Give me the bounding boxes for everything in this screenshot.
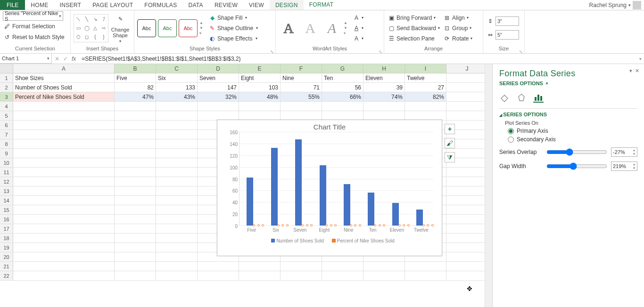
cell[interactable] bbox=[115, 186, 156, 195]
cell[interactable] bbox=[115, 168, 156, 177]
row-header[interactable]: 19 bbox=[0, 243, 13, 252]
cell[interactable] bbox=[156, 158, 198, 167]
change-shape-button[interactable]: ✎ Change Shape ▾ bbox=[110, 13, 130, 44]
cell[interactable]: Ten bbox=[322, 73, 363, 82]
cell[interactable] bbox=[363, 262, 405, 271]
cell[interactable]: 71 bbox=[281, 83, 322, 92]
cell[interactable] bbox=[115, 158, 156, 167]
cell[interactable] bbox=[446, 73, 488, 82]
cell[interactable]: Six bbox=[156, 73, 198, 82]
chart-styles-button[interactable]: 🖌 bbox=[445, 138, 455, 148]
row-header[interactable]: 1 bbox=[0, 73, 13, 82]
cell[interactable] bbox=[446, 196, 488, 205]
row-header[interactable]: 2 bbox=[0, 83, 13, 92]
bar-series1[interactable] bbox=[271, 148, 278, 226]
insert-function-icon[interactable]: fx bbox=[72, 56, 76, 62]
cell[interactable]: Eight bbox=[239, 73, 281, 82]
text-effects-button[interactable]: A▾ bbox=[352, 33, 364, 44]
cell[interactable] bbox=[446, 205, 488, 214]
wordart-style-3[interactable]: A bbox=[322, 17, 342, 39]
cell[interactable] bbox=[156, 205, 198, 214]
reset-to-match-style-button[interactable]: ↺ Reset to Match Style bbox=[3, 32, 67, 42]
row-header[interactable]: 14 bbox=[0, 196, 13, 205]
row-header[interactable]: 10 bbox=[0, 158, 13, 167]
row-header[interactable]: 22 bbox=[0, 271, 13, 280]
cell[interactable]: Nine bbox=[281, 73, 322, 82]
cell[interactable] bbox=[13, 205, 115, 214]
bar-series1[interactable] bbox=[295, 139, 302, 226]
cell[interactable] bbox=[156, 186, 198, 195]
cell[interactable] bbox=[13, 168, 115, 177]
cell[interactable] bbox=[115, 102, 156, 111]
shape-style-1[interactable]: Abc bbox=[137, 19, 156, 37]
shape-style-3[interactable]: Abc bbox=[179, 19, 198, 37]
cell[interactable] bbox=[156, 177, 198, 186]
cell[interactable] bbox=[13, 111, 115, 120]
cell[interactable] bbox=[115, 149, 156, 158]
cell[interactable] bbox=[13, 149, 115, 158]
align-button[interactable]: ⊞Align▾ bbox=[443, 13, 473, 23]
row-header[interactable]: 18 bbox=[0, 234, 13, 242]
cell[interactable] bbox=[13, 252, 115, 261]
cell[interactable] bbox=[115, 262, 156, 271]
column-header[interactable]: J bbox=[446, 64, 488, 73]
cell[interactable] bbox=[322, 111, 363, 120]
cell[interactable]: 48% bbox=[239, 92, 281, 101]
tab-review[interactable]: REVIEW bbox=[209, 0, 243, 10]
chart-element-combo[interactable]: Series "Percent of Nike S bbox=[3, 11, 63, 21]
cell[interactable] bbox=[115, 215, 156, 224]
cell[interactable] bbox=[156, 196, 198, 205]
bar-series1[interactable] bbox=[344, 184, 350, 226]
select-all-corner[interactable] bbox=[0, 64, 13, 73]
cell[interactable]: 47% bbox=[115, 92, 156, 101]
tab-format[interactable]: FORMAT bbox=[304, 0, 339, 10]
cell[interactable] bbox=[405, 102, 446, 111]
cell[interactable] bbox=[13, 158, 115, 167]
dialog-launcher-icon[interactable]: ⤡ bbox=[270, 48, 274, 53]
cell[interactable] bbox=[115, 121, 156, 129]
cell[interactable] bbox=[363, 271, 405, 280]
cell[interactable] bbox=[446, 111, 488, 120]
cell[interactable] bbox=[13, 196, 115, 205]
cell[interactable]: 74% bbox=[363, 92, 405, 101]
cell[interactable] bbox=[156, 139, 198, 148]
cell[interactable]: Twelve bbox=[405, 73, 446, 82]
cell[interactable] bbox=[156, 121, 198, 129]
rotate-button[interactable]: ⟳Rotate▾ bbox=[443, 33, 473, 44]
row-header[interactable]: 15 bbox=[0, 205, 13, 214]
column-header[interactable]: E bbox=[239, 64, 281, 73]
dialog-launcher-icon[interactable]: ⤡ bbox=[519, 48, 523, 53]
cell[interactable] bbox=[281, 262, 322, 271]
row-header[interactable]: 20 bbox=[0, 252, 13, 261]
send-backward-button[interactable]: ▢Send Backward▾ bbox=[387, 23, 441, 33]
column-header[interactable]: H bbox=[363, 64, 405, 73]
gap-width-input[interactable]: 219%▲▼ bbox=[611, 162, 637, 171]
column-header[interactable]: C bbox=[156, 64, 198, 73]
cell[interactable] bbox=[115, 177, 156, 186]
bar-series1[interactable] bbox=[320, 165, 326, 226]
cell[interactable] bbox=[198, 102, 239, 111]
row-header[interactable]: 3 bbox=[0, 92, 13, 101]
shape-style-2[interactable]: Abc bbox=[158, 19, 177, 37]
secondary-axis-radio[interactable]: Secondary Axis bbox=[508, 136, 637, 143]
cell[interactable]: 43% bbox=[156, 92, 198, 101]
cell[interactable]: Five bbox=[115, 73, 156, 82]
expand-formula-bar[interactable]: ▾ bbox=[636, 54, 644, 64]
cell[interactable] bbox=[13, 186, 115, 195]
row-header[interactable]: 21 bbox=[0, 262, 13, 271]
row-header[interactable]: 13 bbox=[0, 186, 13, 195]
row-header[interactable]: 16 bbox=[0, 215, 13, 224]
cell[interactable] bbox=[446, 262, 488, 271]
group-objects-button[interactable]: ⊡Group▾ bbox=[443, 23, 473, 33]
cell[interactable] bbox=[405, 111, 446, 120]
cell[interactable] bbox=[156, 168, 198, 177]
shape-width-input[interactable]: 5" bbox=[495, 30, 519, 40]
cancel-formula-icon[interactable]: ✕ bbox=[55, 56, 59, 62]
row-header[interactable]: 6 bbox=[0, 121, 13, 129]
vertical-scrollbar[interactable] bbox=[485, 64, 492, 307]
series-overlap-input[interactable]: -27%▲▼ bbox=[611, 147, 637, 157]
cell[interactable] bbox=[405, 271, 446, 280]
chart-object[interactable]: + 🖌 ⧩ Chart Title 020406080100120140160 … bbox=[217, 120, 442, 256]
dialog-launcher-icon[interactable]: ⤡ bbox=[378, 48, 383, 53]
task-pane-close-icon[interactable]: ✕ bbox=[635, 68, 639, 74]
